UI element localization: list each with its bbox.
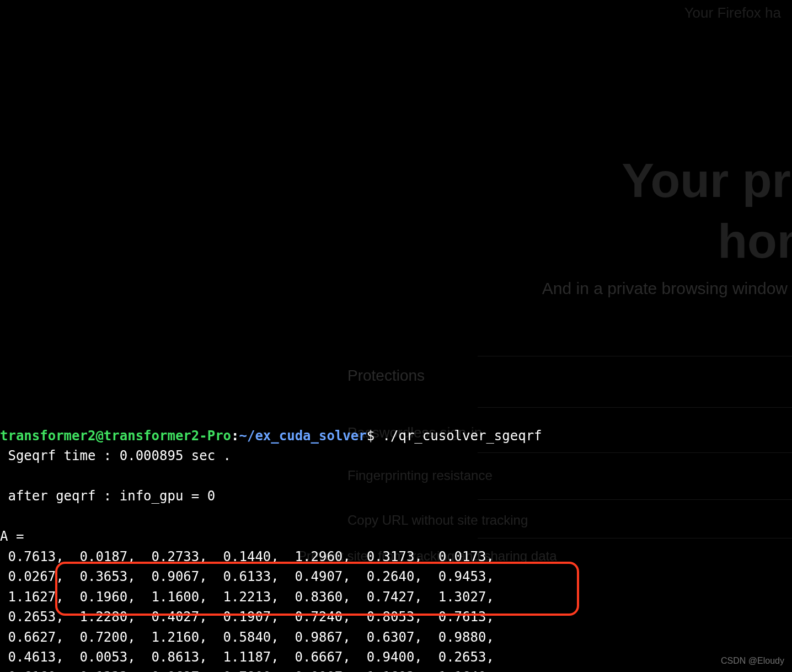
ghost-home: home bbox=[718, 204, 792, 278]
prompt-line: transformer2@transformer2-Pro:~/ex_cuda_… bbox=[0, 428, 542, 444]
prompt-user-host: transformer2@transformer2-Pro bbox=[0, 428, 231, 444]
ghost-firefox-banner: Your Firefox ha bbox=[684, 2, 781, 24]
prompt-dollar: $ bbox=[367, 428, 374, 444]
watermark-text: CSDN @Eloudy bbox=[721, 654, 784, 668]
matrix-a-row: 0.0267, 0.3653, 0.9067, 0.6133, 0.4907, … bbox=[0, 569, 494, 584]
after-geqrf-line: after geqrf : info_gpu = 0 bbox=[0, 488, 215, 504]
command-text: ./qr_cusolver_sgeqrf bbox=[374, 428, 542, 444]
ghost-private-window: And in a private browsing window bbox=[542, 276, 788, 301]
matrix-a-row: 0.4613, 0.0053, 0.8613, 1.1187, 0.6667, … bbox=[0, 649, 494, 665]
prompt-path: ~/ex_cuda_solver bbox=[239, 428, 366, 444]
matrix-a-row: 0.6160, 0.1333, 0.9627, 0.7800, 0.9907, … bbox=[0, 669, 494, 672]
time-line: Sgeqrf time : 0.000895 sec . bbox=[0, 448, 231, 463]
matrix-a-row: 0.7613, 0.0187, 0.2733, 0.1440, 1.2960, … bbox=[0, 549, 494, 564]
matrix-a-row: 1.1627, 0.1960, 1.1600, 1.2213, 0.8360, … bbox=[0, 589, 494, 605]
prompt-separator: : bbox=[231, 428, 239, 444]
matrix-a-row: 0.2653, 1.2280, 0.4027, 0.1907, 0.7240, … bbox=[0, 609, 494, 625]
ghost-divider bbox=[478, 356, 792, 356]
ghost-protections: Protections bbox=[347, 364, 425, 388]
terminal-output: transformer2@transformer2-Pro:~/ex_cuda_… bbox=[0, 402, 792, 672]
ghost-your-privacy: Your priva bbox=[622, 143, 792, 217]
matrix-a-header: A = bbox=[0, 529, 24, 544]
matrix-a-row: 0.6627, 0.7200, 1.2160, 0.5840, 0.9867, … bbox=[0, 630, 494, 645]
